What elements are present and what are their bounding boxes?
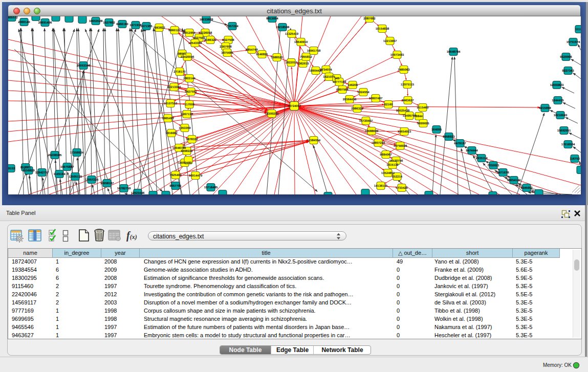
svg-text:10025438: 10025438	[396, 109, 410, 112]
svg-text:7357224: 7357224	[226, 25, 238, 28]
svg-text:3875685: 3875685	[221, 51, 233, 54]
svg-text:8958923: 8958923	[443, 135, 455, 138]
svg-text:8186323: 8186323	[204, 38, 216, 41]
svg-text:9498222: 9498222	[181, 149, 193, 152]
svg-text:3267130: 3267130	[181, 113, 193, 116]
svg-text:9115460: 9115460	[417, 106, 429, 109]
svg-text:9227343: 9227343	[562, 69, 574, 72]
svg-text:6479197: 6479197	[454, 142, 466, 145]
svg-text:20691406: 20691406	[38, 21, 52, 24]
svg-text:345: 345	[334, 77, 340, 80]
svg-text:20053346: 20053346	[77, 64, 91, 67]
svg-text:16961758: 16961758	[307, 49, 321, 52]
svg-text:19975887: 19975887	[60, 165, 74, 168]
svg-text:8912954: 8912954	[183, 31, 195, 34]
svg-text:1733426: 1733426	[396, 186, 408, 189]
svg-text:16648784: 16648784	[447, 50, 461, 53]
svg-text:2718170: 2718170	[173, 70, 186, 73]
svg-text:164095: 164095	[431, 128, 442, 131]
svg-text:19756928: 19756928	[394, 144, 407, 147]
svg-text:12213303: 12213303	[167, 85, 181, 89]
svg-text:16033809: 16033809	[200, 18, 213, 21]
svg-text:2367608: 2367608	[220, 45, 232, 48]
svg-text:9657791: 9657791	[169, 184, 182, 187]
svg-text:39153: 39153	[8, 167, 15, 170]
svg-text:9329906: 9329906	[560, 55, 572, 58]
svg-text:2986322: 2986322	[351, 107, 363, 110]
svg-text:8813054: 8813054	[266, 17, 278, 20]
svg-text:9245652: 9245652	[520, 186, 533, 189]
svg-text:1527602: 1527602	[103, 21, 115, 24]
svg-text:10654122: 10654122	[507, 179, 521, 182]
svg-text:7625402: 7625402	[169, 173, 182, 177]
svg-text:14099489: 14099489	[178, 161, 192, 164]
svg-text:9474444: 9474444	[466, 149, 478, 152]
svg-text:2069140: 2069140	[18, 20, 30, 24]
svg-text:12213967: 12213967	[383, 39, 397, 42]
svg-text:10107553: 10107553	[164, 102, 178, 105]
svg-text:16120746: 16120746	[389, 159, 403, 162]
svg-text:9327508: 9327508	[222, 38, 234, 41]
svg-text:10653528: 10653528	[89, 19, 103, 23]
svg-text:12923446: 12923446	[131, 191, 145, 194]
svg-text:2087682: 2087682	[363, 17, 376, 20]
svg-text:146206: 146206	[347, 83, 358, 86]
svg-text:252214: 252214	[392, 175, 403, 178]
svg-text:18807249: 18807249	[372, 141, 385, 144]
svg-text:9699695: 9699695	[417, 122, 429, 125]
svg-text:8854749: 8854749	[246, 48, 258, 51]
svg-text:15692951: 15692951	[557, 129, 571, 132]
svg-text:15716485: 15716485	[204, 186, 218, 189]
svg-text:10973493: 10973493	[390, 53, 404, 56]
svg-text:9684067: 9684067	[380, 153, 392, 156]
svg-text:13524851: 13524851	[381, 171, 395, 174]
svg-text:1156829: 1156829	[23, 169, 35, 172]
svg-text:20364436: 20364436	[343, 98, 357, 101]
svg-text:10688609: 10688609	[365, 129, 379, 133]
svg-text:13226058: 13226058	[199, 31, 212, 34]
svg-text:1362615: 1362615	[297, 62, 309, 65]
svg-text:1588520: 1588520	[271, 56, 283, 59]
svg-text:117006: 117006	[184, 103, 194, 106]
svg-text:62160: 62160	[384, 103, 393, 106]
svg-text:14136141: 14136141	[374, 184, 388, 187]
svg-text:8471676: 8471676	[497, 171, 509, 174]
svg-text:2803144: 2803144	[183, 77, 195, 80]
svg-text:8660123: 8660123	[168, 29, 181, 32]
svg-text:18640910: 18640910	[294, 40, 308, 43]
svg-text:18300295: 18300295	[265, 112, 279, 115]
svg-text:6897568: 6897568	[336, 88, 349, 91]
svg-text:1024554: 1024554	[357, 91, 369, 94]
svg-text:11174: 11174	[575, 28, 581, 31]
svg-text:9427552: 9427552	[185, 90, 197, 93]
svg-text:12975115: 12975115	[401, 83, 415, 86]
svg-text:17359924: 17359924	[70, 151, 84, 154]
svg-text:19218506: 19218506	[276, 26, 290, 29]
svg-text:9146821: 9146821	[256, 53, 268, 56]
svg-text:1965493: 1965493	[162, 117, 174, 120]
svg-text:12505135: 12505135	[69, 175, 82, 178]
svg-text:8215958: 8215958	[539, 106, 551, 110]
svg-text:7632621: 7632621	[487, 164, 499, 167]
svg-text:11325419: 11325419	[285, 32, 299, 35]
svg-text:11584554: 11584554	[307, 139, 321, 142]
svg-text:1353359: 1353359	[179, 126, 191, 129]
svg-text:7663822: 7663822	[153, 26, 165, 29]
svg-text:1615132: 1615132	[386, 163, 399, 166]
svg-text:1621075: 1621075	[323, 75, 335, 78]
svg-text:10543362: 10543362	[188, 41, 202, 45]
svg-text:13495758: 13495758	[403, 114, 417, 117]
svg-text:15720407: 15720407	[359, 119, 373, 122]
svg-text:19777169: 19777169	[333, 80, 346, 83]
svg-text:1916682: 1916682	[165, 132, 178, 135]
svg-text:18724007: 18724007	[288, 104, 301, 107]
svg-text:10154838: 10154838	[376, 27, 389, 30]
svg-text:9734074: 9734074	[320, 68, 332, 71]
svg-text:17016504: 17016504	[561, 143, 575, 146]
svg-text:9844: 9844	[416, 115, 423, 118]
svg-text:12093823: 12093823	[550, 83, 564, 86]
svg-text:12942757: 12942757	[35, 171, 49, 174]
svg-text:1822017: 1822017	[285, 61, 297, 64]
svg-text:3878332: 3878332	[186, 138, 198, 141]
svg-text:9327503: 9327503	[193, 36, 205, 39]
